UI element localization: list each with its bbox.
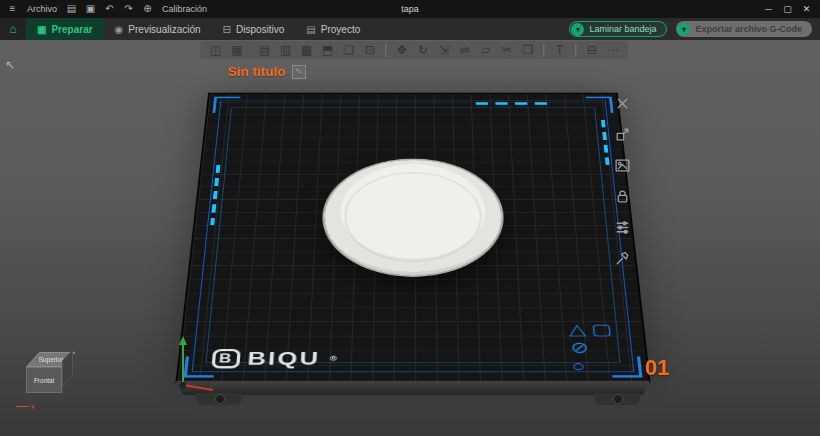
add-plate-icon[interactable]: ▤ <box>254 42 275 58</box>
menu-calibracion[interactable]: Calibración <box>158 0 211 18</box>
layout-grid-icon[interactable]: ▩ <box>296 42 317 58</box>
plate-mount-tab <box>594 393 640 405</box>
tab-label: Dispositivo <box>236 24 284 35</box>
view-cube-front-face[interactable]: Frontal <box>26 367 62 393</box>
axes-gizmo <box>167 333 219 395</box>
save-icon[interactable]: ▣ <box>82 0 99 18</box>
plate-name-text: Sin título <box>228 64 286 79</box>
repair-icon[interactable] <box>610 247 634 269</box>
side-toolbar <box>610 92 634 269</box>
export-gcode-button[interactable]: ▾ Exportar archivo G-Code <box>676 21 812 37</box>
plate-corner-shapes: △▢ ⊘ ○ <box>568 320 622 375</box>
export-gcode-label: Exportar archivo G-Code <box>695 24 802 34</box>
mirror-icon[interactable]: ⇌ <box>454 42 475 58</box>
more-tools-icon[interactable]: ⋯ <box>602 42 623 58</box>
slice-plate-label: Laminar bandeja <box>589 24 656 34</box>
device-icon: ⊟ <box>223 24 231 35</box>
select-plate-icon[interactable]: ⊡ <box>359 42 380 58</box>
plate-corner-bracket <box>212 97 240 113</box>
chevron-down-icon[interactable]: ▾ <box>571 23 584 36</box>
pencil-icon: ✎ <box>295 67 303 77</box>
tab-label: Previsualización <box>128 24 200 35</box>
close-button[interactable]: ✕ <box>797 0 816 18</box>
panel-icon[interactable]: ▤ <box>63 0 80 18</box>
minimize-button[interactable]: ─ <box>759 0 778 18</box>
layout-row-icon[interactable]: ▥ <box>275 42 296 58</box>
text-tool-icon[interactable]: T <box>549 42 570 58</box>
home-button[interactable]: ⌂ <box>0 18 26 40</box>
tab-preparar[interactable]: ▣ Preparar <box>26 18 104 40</box>
lock-icon[interactable] <box>610 185 634 207</box>
tabbar: ⌂ ▣ Preparar ◉ Previsualización ⊟ Dispos… <box>0 18 820 40</box>
clone-icon[interactable]: ❐ <box>517 42 538 58</box>
plate-edge-marks <box>476 102 551 104</box>
slashed-circle-icon: ⊘ <box>569 339 589 356</box>
tab-previsualizacion[interactable]: ◉ Previsualización <box>104 18 212 40</box>
tab-proyecto[interactable]: ▤ Proyecto <box>295 18 371 40</box>
scale-icon[interactable]: ⇲ <box>433 42 454 58</box>
lay-flat-icon[interactable]: ▱ <box>475 42 496 58</box>
x-axis-label: x <box>31 402 35 411</box>
main-toolbar: ◫ ▦ ▤ ▥ ▩ ⬒ ❏ ⊡ ✥ ↻ ⇲ ⇌ ▱ ✂ ❐ T ⊟ ⋯ <box>200 41 628 59</box>
layout-fill-icon[interactable]: ⬒ <box>317 42 338 58</box>
move-icon[interactable]: ✥ <box>391 42 412 58</box>
split-icon[interactable]: ⊟ <box>581 42 602 58</box>
project-icon: ▤ <box>306 24 315 35</box>
redo-icon[interactable]: ↷ <box>120 0 137 18</box>
object-filter-icon[interactable] <box>610 216 634 238</box>
toolbar-separator <box>543 44 544 57</box>
registered-mark: ® <box>330 355 340 362</box>
view-cube-x-axis: x <box>16 402 35 411</box>
chevron-down-icon[interactable]: ▾ <box>677 23 690 36</box>
clone-plate-icon[interactable]: ❏ <box>338 42 359 58</box>
view-cube: Superior Frontal x <box>14 350 84 420</box>
toolbar-separator <box>385 44 386 57</box>
plate-image-icon[interactable] <box>610 154 634 176</box>
circle-icon: ○ <box>571 357 586 374</box>
auto-orient-icon[interactable] <box>610 123 634 145</box>
view-cube-top-label: Superior <box>38 356 63 363</box>
window-controls: ─ ▢ ✕ <box>759 0 816 18</box>
tab-dispositivo[interactable]: ⊟ Dispositivo <box>212 18 296 40</box>
maximize-button[interactable]: ▢ <box>778 0 797 18</box>
titlebar: ≡ Archivo ▤ ▣ ↶ ↷ ⊕ Calibración tapa ─ ▢… <box>0 0 820 18</box>
arrange-icon[interactable]: ▦ <box>226 42 247 58</box>
plate-number: 01 <box>645 355 669 381</box>
cut-icon[interactable]: ✂ <box>496 42 517 58</box>
toolbar-separator <box>575 44 576 57</box>
tab-actions: ▾ Laminar bandeja ▾ Exportar archivo G-C… <box>569 18 820 40</box>
rotate-icon[interactable]: ↻ <box>412 42 433 58</box>
undo-icon[interactable]: ↶ <box>101 0 118 18</box>
square-icon: ▢ <box>590 321 612 338</box>
calibration-icon[interactable]: ⊕ <box>139 0 156 18</box>
preview-icon: ◉ <box>115 24 124 35</box>
delete-icon[interactable] <box>610 92 634 114</box>
menu-icon[interactable]: ≡ <box>4 0 21 18</box>
merge-icon[interactable]: ◫ <box>205 42 226 58</box>
select-arrow-icon[interactable]: ↖ <box>5 58 15 72</box>
plate-name: Sin título ✎ <box>228 64 306 79</box>
edit-plate-name-button[interactable]: ✎ <box>292 65 306 79</box>
build-plate[interactable]: B BIQU ® △▢ ⊘ ○ <box>175 93 650 383</box>
plate-front-edge <box>176 381 650 395</box>
prepare-icon: ▣ <box>37 24 46 35</box>
viewport-3d[interactable]: ◫ ▦ ▤ ▥ ▩ ⬒ ❏ ⊡ ✥ ↻ ⇲ ⇌ ▱ ✂ ❐ T ⊟ ⋯ ↖ <box>0 40 820 436</box>
slice-plate-button[interactable]: ▾ Laminar bandeja <box>569 21 667 37</box>
view-cube-front-label: Frontal <box>34 377 54 384</box>
tab-label: Preparar <box>51 24 92 35</box>
menu-archivo[interactable]: Archivo <box>23 0 61 18</box>
plate-brand-logo: B BIQU ® <box>211 348 339 369</box>
brand-text: BIQU <box>247 348 321 369</box>
tab-label: Proyecto <box>321 24 360 35</box>
triangle-icon: △ <box>568 321 586 338</box>
